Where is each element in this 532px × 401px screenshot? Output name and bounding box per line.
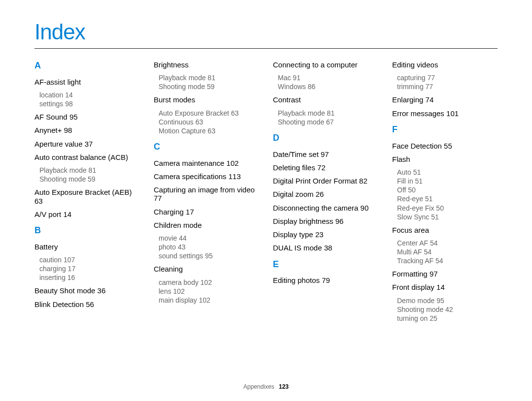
- column-2: Brightness Playback mode 81 Shooting mod…: [154, 61, 259, 327]
- entry-dzoom: Digital zoom 26: [273, 190, 378, 198]
- sublist-contrast: Playback mode 81 Shooting mode 67: [278, 109, 378, 126]
- sub-item: Shooting mode 42: [397, 306, 498, 313]
- sub-item: photo 43: [159, 243, 259, 251]
- entry-battery: Battery: [34, 243, 140, 251]
- letter-f: F: [392, 124, 498, 135]
- sub-item: camera body 102: [159, 278, 259, 286]
- sublist-af-assist-light: location 14 settings 98: [39, 91, 140, 108]
- sub-item: Motion Capture 63: [159, 127, 259, 135]
- sublist-edit-videos: capturing 77 trimming 77: [397, 74, 498, 91]
- sub-item: Fill in 51: [397, 177, 498, 185]
- sub-item: Shooting mode 59: [39, 175, 140, 183]
- letter-e: E: [273, 259, 378, 270]
- entry-disp-bright: Display brightness 96: [273, 217, 378, 225]
- sub-item: Playback mode 81: [159, 74, 259, 82]
- entry-cleaning: Cleaning: [154, 265, 259, 273]
- sublist-focus-area: Center AF 54 Multi AF 54 Tracking AF 54: [397, 239, 498, 265]
- sub-item: Shooting mode 67: [278, 118, 378, 126]
- column-1: A AF-assist light location 14 settings 9…: [34, 61, 140, 327]
- letter-d: D: [273, 133, 378, 143]
- entry-children: Children mode: [154, 221, 259, 229]
- column-3: Connecting to a computer Mac 91 Windows …: [273, 61, 378, 327]
- sub-item: caution 107: [39, 256, 140, 264]
- entry-af-sound: AF Sound 95: [34, 113, 140, 121]
- sub-item: main display 102: [159, 296, 259, 304]
- entry-dual-is: DUAL IS mode 38: [273, 244, 378, 252]
- entry-disp-type: Display type 23: [273, 230, 378, 239]
- sub-item: Windows 86: [278, 83, 378, 91]
- sublist-front-display: Demo mode 95 Shooting mode 42 turning on…: [397, 297, 498, 322]
- entry-deleting: Deleting files 72: [273, 163, 378, 172]
- sub-item: Slow Sync 51: [397, 213, 498, 221]
- sub-item: Mac 91: [278, 74, 378, 82]
- sublist-cleaning: camera body 102 lens 102 main display 10…: [159, 278, 259, 304]
- entry-av-port: A/V port 14: [34, 210, 140, 218]
- sub-item: Playback mode 81: [39, 166, 140, 174]
- sublist-flash: Auto 51 Fill in 51 Off 50 Red-eye 51 Red…: [397, 168, 498, 221]
- entry-error: Error messages 101: [392, 109, 498, 118]
- sublist-battery: caution 107 charging 17 inserting 16: [39, 256, 140, 281]
- entry-edit-photos: Editing photos 79: [273, 276, 378, 284]
- entry-edit-videos: Editing videos: [392, 61, 498, 69]
- entry-blink: Blink Detection 56: [34, 300, 140, 308]
- sublist-children: movie 44 photo 43 sound settings 95: [159, 234, 259, 260]
- sub-item: Demo mode 95: [397, 297, 498, 305]
- index-page: Index A AF-assist light location 14 sett…: [0, 0, 532, 401]
- entry-formatting: Formatting 97: [392, 270, 498, 278]
- entry-brightness: Brightness: [154, 61, 259, 69]
- entry-datetime: Date/Time set 97: [273, 150, 378, 158]
- sub-item: settings 98: [39, 100, 140, 108]
- entry-anynet: Anynet+ 98: [34, 126, 140, 134]
- sub-item: Red-eye Fix 50: [397, 204, 498, 212]
- entry-beauty: Beauty Shot mode 36: [34, 286, 140, 295]
- entry-aperture: Aperture value 37: [34, 140, 140, 148]
- entry-charging: Charging 17: [154, 208, 259, 216]
- entry-capture-video: Capturing an image from video 77: [154, 185, 259, 203]
- entry-aeb: Auto Exposure Bracket (AEB) 63: [34, 188, 140, 205]
- sub-item: Auto Exposure Bracket 63: [159, 109, 259, 117]
- entry-acb: Auto contrast balance (ACB): [34, 153, 140, 161]
- sub-item: turning on 25: [397, 314, 498, 322]
- sub-item: Playback mode 81: [278, 109, 378, 117]
- sub-item: Continuous 63: [159, 118, 259, 126]
- sub-item: inserting 16: [39, 274, 140, 281]
- entry-disconnect: Disconnecting the camera 90: [273, 204, 378, 212]
- sub-item: Off 50: [397, 186, 498, 194]
- letter-b: B: [34, 225, 140, 236]
- index-columns: A AF-assist light location 14 settings 9…: [34, 61, 498, 327]
- sublist-connecting: Mac 91 Windows 86: [278, 74, 378, 91]
- sublist-brightness: Playback mode 81 Shooting mode 59: [159, 74, 259, 91]
- page-title: Index: [34, 20, 498, 49]
- sub-item: lens 102: [159, 287, 259, 295]
- entry-focus-area: Focus area: [392, 226, 498, 234]
- sub-item: capturing 77: [397, 74, 498, 82]
- entry-enlarging: Enlarging 74: [392, 95, 498, 104]
- sub-item: location 14: [39, 91, 140, 99]
- entry-burst: Burst modes: [154, 95, 259, 104]
- sub-item: charging 17: [39, 265, 140, 273]
- entry-front-display: Front display 14: [392, 283, 498, 291]
- sublist-burst: Auto Exposure Bracket 63 Continuous 63 M…: [159, 109, 259, 135]
- letter-a: A: [34, 61, 140, 71]
- sub-item: Red-eye 51: [397, 195, 498, 203]
- column-4: Editing videos capturing 77 trimming 77 …: [392, 61, 498, 327]
- sub-item: Multi AF 54: [397, 248, 498, 256]
- sub-item: sound settings 95: [159, 252, 259, 260]
- entry-flash: Flash: [392, 155, 498, 163]
- page-footer: Appendixes 123: [0, 383, 532, 390]
- entry-cam-maint: Camera maintenance 102: [154, 159, 259, 167]
- entry-connecting: Connecting to a computer: [273, 61, 378, 69]
- entry-af-assist-light: AF-assist light: [34, 78, 140, 86]
- entry-cam-spec: Camera specifications 113: [154, 172, 259, 181]
- letter-c: C: [154, 142, 259, 152]
- sublist-acb: Playback mode 81 Shooting mode 59: [39, 166, 140, 183]
- footer-section: Appendixes: [243, 383, 274, 390]
- sub-item: Center AF 54: [397, 239, 498, 247]
- sub-item: Shooting mode 59: [159, 83, 259, 91]
- entry-face-det: Face Detection 55: [392, 142, 498, 150]
- sub-item: Tracking AF 54: [397, 257, 498, 265]
- entry-contrast: Contrast: [273, 95, 378, 104]
- sub-item: movie 44: [159, 234, 259, 242]
- footer-page-number: 123: [279, 383, 289, 390]
- sub-item: trimming 77: [397, 83, 498, 91]
